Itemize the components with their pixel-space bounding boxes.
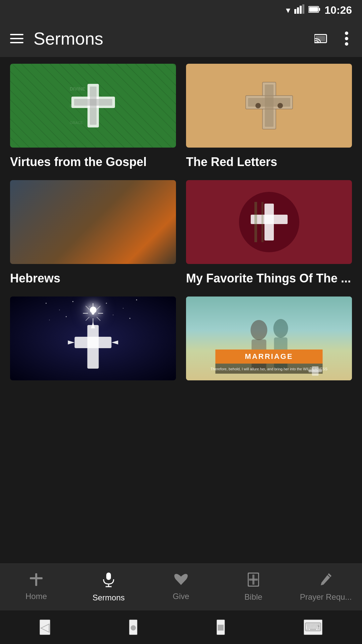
svg-rect-3 <box>302 4 304 14</box>
sermon-card-marriage[interactable]: MARRIAGE Therefore, behold, I will allur… <box>186 297 352 387</box>
sermon-card-virtues[interactable]: DIVINE BLESSINGS GRACE Virtues from the … <box>10 64 176 170</box>
hamburger-line-2 <box>10 38 23 39</box>
more-options-button[interactable] <box>341 28 352 49</box>
app-bar-right <box>311 28 352 49</box>
menu-button[interactable] <box>10 34 23 43</box>
app-bar-left: Sermons <box>10 29 103 49</box>
nav-label-give: Give <box>173 592 189 601</box>
prayer-icon <box>319 573 332 590</box>
svg-point-31 <box>59 310 60 310</box>
svg-point-24 <box>255 103 261 108</box>
svg-rect-19 <box>74 99 112 106</box>
wifi-icon: ▾ <box>286 5 290 15</box>
home-button[interactable]: ● <box>129 620 138 635</box>
sermon-card-red-letters[interactable]: The Red Letters <box>186 64 352 170</box>
svg-point-38 <box>66 316 67 317</box>
app-bar: Sermons <box>0 20 362 57</box>
svg-line-47 <box>97 317 101 321</box>
svg-rect-67 <box>106 573 111 580</box>
status-bar: ▾ 10:26 <box>0 0 362 20</box>
sermon-card-favorite[interactable]: My Favorite Things Of The ... <box>186 180 352 286</box>
home-icon <box>30 573 43 589</box>
back-button[interactable]: ◁ <box>40 620 50 635</box>
hamburger-line-3 <box>10 42 23 43</box>
svg-rect-0 <box>294 9 296 14</box>
sermon-thumbnail-night <box>10 297 176 380</box>
sermon-thumbnail-red-letters <box>186 64 352 148</box>
svg-point-30 <box>46 303 47 304</box>
svg-rect-1 <box>297 7 299 14</box>
nav-label-home: Home <box>25 592 47 601</box>
svg-point-35 <box>123 308 124 309</box>
svg-rect-66 <box>30 577 43 579</box>
svg-point-40 <box>129 318 130 319</box>
sermon-title-favorite: My Favorite Things Of The ... <box>186 271 352 286</box>
nav-item-give[interactable]: Give <box>145 573 217 601</box>
bible-icon <box>248 573 259 590</box>
nav-label-sermons: Sermons <box>93 593 125 602</box>
svg-rect-65 <box>35 573 37 586</box>
sermon-thumbnail-hebrews <box>10 180 176 264</box>
thumb-favorite-inner <box>239 192 299 252</box>
svg-text:MARRIAGE: MARRIAGE <box>245 352 293 361</box>
nav-label-bible: Bible <box>244 592 262 602</box>
thumb-virtues: DIVINE BLESSINGS GRACE <box>10 64 176 148</box>
svg-point-57 <box>274 319 288 338</box>
svg-point-39 <box>113 315 114 315</box>
svg-point-25 <box>278 103 283 108</box>
hamburger-line-1 <box>10 34 23 35</box>
svg-point-32 <box>72 301 73 302</box>
give-icon <box>174 573 188 589</box>
svg-point-10 <box>345 32 348 35</box>
svg-point-11 <box>345 37 348 40</box>
nav-item-prayer[interactable]: Prayer Requ... <box>290 573 362 602</box>
recents-button[interactable]: ■ <box>217 620 225 635</box>
sermons-icon <box>102 572 115 590</box>
svg-point-34 <box>106 303 107 304</box>
bottom-nav: Home Sermons Give <box>0 564 362 610</box>
svg-point-55 <box>251 320 267 340</box>
svg-point-36 <box>136 299 137 300</box>
svg-point-37 <box>49 320 50 320</box>
thumb-hebrews <box>10 180 176 264</box>
svg-line-49 <box>86 317 89 321</box>
status-time: 10:26 <box>324 4 352 16</box>
svg-rect-5 <box>319 8 320 11</box>
android-nav: ◁ ● ■ ⌨ <box>0 610 362 644</box>
thumb-red-letters <box>186 64 352 148</box>
svg-text:GRACE: GRACE <box>70 121 83 125</box>
sermon-title-virtues: Virtues from the Gospel <box>10 154 176 170</box>
keyboard-button[interactable]: ⌨ <box>304 620 322 635</box>
nav-item-bible[interactable]: Bible <box>217 573 290 602</box>
thumb-marriage: MARRIAGE Therefore, behold, I will allur… <box>186 297 352 380</box>
status-icons: ▾ 10:26 <box>286 4 352 16</box>
cast-button[interactable] <box>311 29 331 48</box>
svg-rect-2 <box>300 6 302 14</box>
nav-item-sermons[interactable]: Sermons <box>72 572 145 602</box>
svg-point-41 <box>92 312 95 315</box>
sermon-title-red-letters: The Red Letters <box>186 154 352 170</box>
svg-line-48 <box>97 306 101 310</box>
sermon-thumbnail-favorite <box>186 180 352 264</box>
nav-item-home[interactable]: Home <box>0 573 72 601</box>
svg-marker-54 <box>112 340 118 344</box>
page-title: Sermons <box>34 29 103 49</box>
sermon-title-hebrews: Hebrews <box>10 271 176 286</box>
svg-rect-73 <box>249 579 258 581</box>
svg-rect-23 <box>248 98 290 107</box>
sermon-thumbnail-virtues: DIVINE BLESSINGS GRACE <box>10 64 176 148</box>
svg-point-33 <box>89 306 90 307</box>
svg-line-46 <box>86 306 89 310</box>
svg-rect-6 <box>309 7 318 12</box>
svg-text:DIVINE: DIVINE <box>70 86 85 92</box>
svg-point-12 <box>345 42 348 46</box>
nav-label-prayer: Prayer Requ... <box>300 592 352 602</box>
sermon-card-night[interactable] <box>10 297 176 387</box>
sermon-card-hebrews[interactable]: Hebrews <box>10 180 176 286</box>
svg-rect-51 <box>75 337 112 348</box>
thumb-night <box>10 297 176 380</box>
battery-icon <box>308 5 320 15</box>
thumb-favorite <box>186 180 352 264</box>
sermon-thumbnail-marriage: MARRIAGE Therefore, behold, I will allur… <box>186 297 352 380</box>
sermon-grid: DIVINE BLESSINGS GRACE Virtues from the … <box>0 57 362 394</box>
